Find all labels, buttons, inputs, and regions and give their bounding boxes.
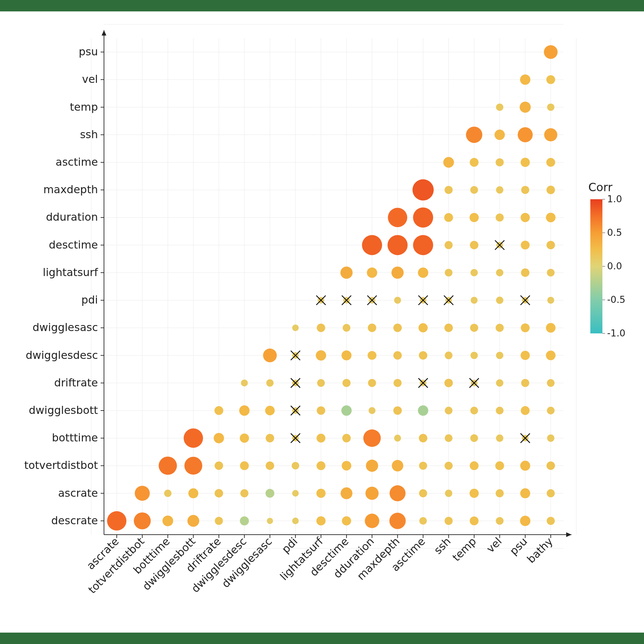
corr-bubble <box>521 186 529 194</box>
corr-bubble <box>521 213 530 222</box>
svg-text:0.0: 0.0 <box>607 261 622 272</box>
corr-bubble <box>521 268 529 277</box>
corr-bubble <box>292 325 299 331</box>
corr-bubble <box>184 428 203 448</box>
svg-text:-0.5: -0.5 <box>607 294 626 305</box>
corr-bubble <box>521 158 530 167</box>
corr-bubble <box>445 269 452 276</box>
corr-bubble <box>341 406 352 416</box>
corr-bubble <box>546 213 556 222</box>
corr-bubble <box>496 517 503 525</box>
corr-bubble <box>187 515 199 527</box>
corr-bubble <box>214 433 224 443</box>
corr-bubble <box>342 379 351 387</box>
y-tick-label: vel <box>82 73 98 86</box>
corr-bubble <box>292 462 299 469</box>
corr-bubble <box>496 297 503 304</box>
corr-bubble <box>546 75 555 84</box>
corr-bubble <box>445 490 452 497</box>
corr-bubble <box>518 127 533 142</box>
corr-bubble <box>363 429 381 447</box>
corr-bubble <box>547 379 554 387</box>
y-tick-label: botttime <box>52 431 98 444</box>
corr-bubble <box>341 351 352 361</box>
corr-bubble <box>470 186 478 194</box>
corr-bubble <box>521 323 530 332</box>
y-tick-label: driftrate <box>54 376 98 389</box>
corr-bubble <box>547 517 555 525</box>
corr-bubble <box>470 158 478 167</box>
corr-bubble <box>496 104 503 111</box>
corr-bubble <box>317 434 325 442</box>
corr-bubble <box>214 406 223 415</box>
corr-bubble <box>392 460 403 471</box>
corr-bubble <box>520 461 530 471</box>
corr-bubble <box>317 461 325 470</box>
corr-bubble <box>547 269 554 276</box>
corr-bubble <box>368 324 376 332</box>
corr-bubble <box>521 241 530 250</box>
corr-bubble <box>367 267 377 278</box>
corr-bubble <box>470 213 479 222</box>
corr-bubble <box>496 269 503 276</box>
corr-bubble <box>419 434 427 442</box>
corr-bubble <box>445 352 452 359</box>
corr-bubble <box>521 379 529 387</box>
y-tick-label: totvertdistbot <box>24 459 98 472</box>
corr-bubble <box>546 323 556 333</box>
corr-bubble <box>393 406 402 415</box>
corr-bubble <box>546 158 555 167</box>
y-tick-label: temp <box>70 101 98 113</box>
corr-bubble <box>496 213 504 221</box>
corr-bubble <box>544 45 557 59</box>
corr-bubble <box>107 511 126 531</box>
corr-bubble <box>368 379 376 387</box>
corr-bubble <box>470 461 478 470</box>
corr-bubble <box>316 350 326 361</box>
corr-bubble <box>369 407 376 414</box>
x-tick-label: psu <box>507 535 530 557</box>
corr-bubble <box>445 434 452 442</box>
corr-bubble <box>267 518 273 524</box>
corr-bubble <box>393 324 402 332</box>
corr-bubble <box>159 457 177 475</box>
corr-bubble <box>470 517 478 525</box>
corr-bubble <box>366 487 379 500</box>
corr-bubble <box>496 186 503 194</box>
y-tick-label: dwigglesbott <box>29 404 98 417</box>
corr-bubble <box>547 407 554 415</box>
corr-bubble <box>362 235 382 255</box>
corr-bubble <box>546 462 555 470</box>
y-tick-label: pdi <box>81 293 98 306</box>
corr-bubble <box>547 297 554 304</box>
corr-bubble <box>413 179 434 201</box>
corr-bubble <box>342 516 351 525</box>
corr-bubble <box>317 379 325 387</box>
corr-bubble <box>496 158 504 166</box>
corr-bubble <box>471 297 478 304</box>
corr-bubble <box>444 186 452 194</box>
corr-bubble <box>389 513 406 529</box>
y-tick-label: psu <box>79 45 98 58</box>
corr-bubble <box>547 104 554 111</box>
corr-bubble <box>342 461 352 471</box>
corr-bubble <box>418 406 428 416</box>
corr-bubble <box>470 324 478 332</box>
y-tick-label: ssh <box>80 128 98 141</box>
y-tick-label: ascrate <box>58 487 98 499</box>
corr-bubble <box>520 74 530 85</box>
corr-bubble <box>134 513 151 529</box>
corr-bubble <box>368 351 376 360</box>
corr-bubble <box>444 462 452 470</box>
corr-bubble <box>546 186 555 194</box>
corr-bubble <box>184 457 202 475</box>
corr-bubble <box>496 352 503 359</box>
corr-bubble <box>521 406 530 415</box>
corr-bubble <box>419 323 428 332</box>
corr-bubble <box>266 462 274 470</box>
y-tick-label: dduration <box>46 211 98 223</box>
corr-bubble <box>292 490 299 497</box>
corr-bubble <box>240 489 249 497</box>
corr-bubble <box>470 241 478 249</box>
corr-bubble <box>316 516 325 525</box>
